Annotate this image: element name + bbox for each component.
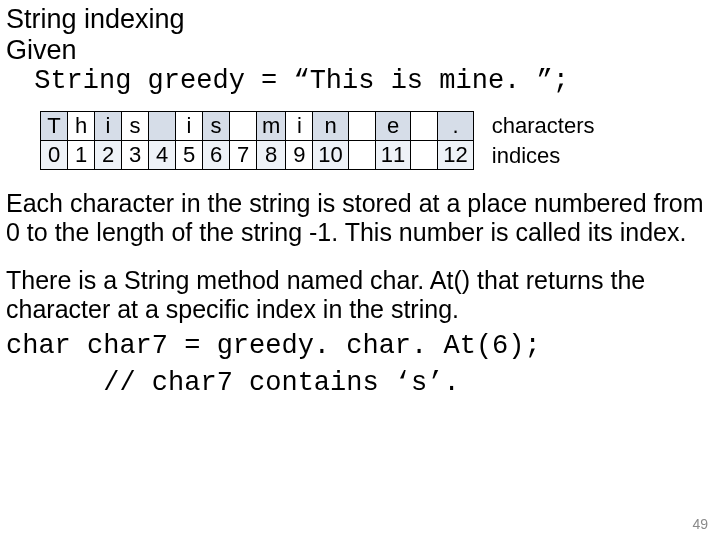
index-cell: 12 (438, 141, 473, 170)
index-cell: 10 (313, 141, 348, 170)
table-row: 0 1 2 3 4 5 6 7 8 9 10 11 12 (41, 141, 474, 170)
index-cell: 4 (149, 141, 176, 170)
char-cell: n (313, 112, 348, 141)
char-cell: s (203, 112, 230, 141)
index-cell (411, 141, 438, 170)
slide: String indexing Given String greedy = “T… (0, 0, 720, 540)
char-cell: m (257, 112, 286, 141)
char-cell: i (95, 112, 122, 141)
char-cell: s (122, 112, 149, 141)
label-indices: indices (492, 141, 595, 171)
char-cell: i (286, 112, 313, 141)
char-cell: . (438, 112, 473, 141)
index-cell: 2 (95, 141, 122, 170)
paragraph-2: There is a String method named char. At(… (6, 266, 714, 325)
index-cell: 0 (41, 141, 68, 170)
index-cell: 7 (230, 141, 257, 170)
index-cell: 8 (257, 141, 286, 170)
char-cell (411, 112, 438, 141)
label-characters: characters (492, 111, 595, 141)
char-cell (149, 112, 176, 141)
char-cell (230, 112, 257, 141)
table-labels: characters indices (492, 111, 595, 170)
index-table: T h i s i s m i n e . 0 1 2 3 (40, 111, 474, 170)
char-cell (348, 112, 375, 141)
char-cell: T (41, 112, 68, 141)
index-cell: 3 (122, 141, 149, 170)
given-label: Given (6, 35, 720, 66)
index-table-wrap: T h i s i s m i n e . 0 1 2 3 (40, 111, 720, 170)
page-number: 49 (692, 516, 708, 532)
char-cell: e (375, 112, 410, 141)
index-cell: 5 (176, 141, 203, 170)
index-cell (348, 141, 375, 170)
code-line-2: // char7 contains ‘s’. (6, 368, 720, 399)
table-row: T h i s i s m i n e . (41, 112, 474, 141)
paragraph-1: Each character in the string is stored a… (6, 189, 714, 248)
char-cell: i (176, 112, 203, 141)
char-cell: h (68, 112, 95, 141)
index-cell: 11 (375, 141, 410, 170)
index-cell: 9 (286, 141, 313, 170)
declaration-code: String greedy = “This is mine. ”; (18, 66, 720, 97)
page-title: String indexing (6, 4, 720, 35)
index-cell: 1 (68, 141, 95, 170)
code-line-1: char char7 = greedy. char. At(6); (6, 331, 720, 362)
index-cell: 6 (203, 141, 230, 170)
